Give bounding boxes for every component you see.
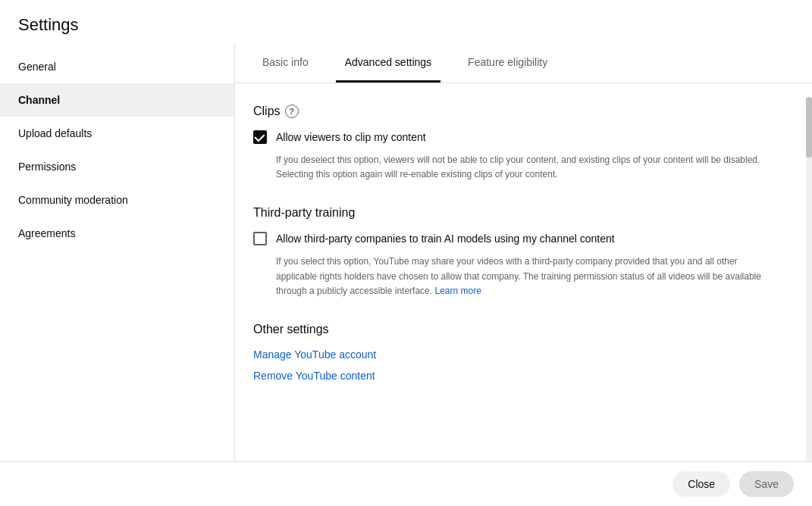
sidebar-item-label: Agreements [18,227,75,239]
right-panel: Basic info Advanced settings Feature eli… [235,44,812,461]
tab-label: Advanced settings [345,56,431,68]
tab-label: Basic info [262,56,309,68]
other-settings-section: Other settings Manage YouTube account Re… [253,323,794,382]
third-party-checkbox-label: Allow third-party companies to train AI … [276,233,615,245]
sidebar-item-label: Permissions [18,161,76,173]
remove-youtube-content-link[interactable]: Remove YouTube content [253,370,794,382]
sidebar-item-general[interactable]: General [0,50,234,83]
save-button[interactable]: Save [739,471,794,497]
third-party-section-title: Third-party training [253,206,794,220]
footer: Close Save [0,461,812,506]
tabs: Basic info Advanced settings Feature eli… [235,44,812,83]
sidebar-item-label: General [18,61,56,73]
sidebar-item-label: Community moderation [18,194,128,206]
scrollbar-track [806,97,812,461]
clips-help-icon[interactable]: ? [285,105,299,118]
close-button[interactable]: Close [672,471,730,497]
clips-description: If you deselect this option, viewers wil… [276,153,776,182]
sidebar-item-community-moderation[interactable]: Community moderation [0,183,234,217]
third-party-description-text: If you select this option, YouTube may s… [276,256,761,295]
clips-checkbox[interactable] [253,130,267,144]
header: Settings [0,0,812,44]
clips-section: Clips ? Allow viewers to clip my content… [253,105,794,182]
third-party-checkbox[interactable] [253,232,267,245]
sidebar-item-channel[interactable]: Channel [0,83,234,117]
third-party-checkbox-row: Allow third-party companies to train AI … [253,232,794,245]
sidebar: General Channel Upload defaults Permissi… [0,44,235,461]
scrollbar-thumb[interactable] [806,97,812,158]
tab-advanced-settings[interactable]: Advanced settings [336,44,440,83]
third-party-title-text: Third-party training [253,206,355,220]
sidebar-item-agreements[interactable]: Agreements [0,217,234,250]
main-content: General Channel Upload defaults Permissi… [0,44,812,461]
manage-youtube-account-link[interactable]: Manage YouTube account [253,348,794,361]
tab-label: Feature eligibility [468,56,547,68]
learn-more-link[interactable]: Learn more [434,286,481,296]
tab-basic-info[interactable]: Basic info [253,44,318,83]
tab-feature-eligibility[interactable]: Feature eligibility [459,44,556,83]
third-party-section: Third-party training Allow third-party c… [253,206,794,298]
settings-body: Clips ? Allow viewers to clip my content… [235,83,812,461]
sidebar-item-upload-defaults[interactable]: Upload defaults [0,117,234,150]
clips-section-title: Clips ? [253,105,794,118]
clips-checkbox-row: Allow viewers to clip my content [253,130,794,144]
sidebar-item-label: Channel [18,94,60,106]
clips-checkbox-label: Allow viewers to clip my content [276,131,426,143]
app-container: Settings General Channel Upload defaults… [0,0,812,506]
third-party-description: If you select this option, YouTube may s… [276,255,776,298]
sidebar-item-label: Upload defaults [18,127,92,139]
page-title: Settings [18,15,794,35]
clips-title-text: Clips [253,105,281,118]
other-settings-title: Other settings [253,323,794,336]
sidebar-item-permissions[interactable]: Permissions [0,150,234,183]
